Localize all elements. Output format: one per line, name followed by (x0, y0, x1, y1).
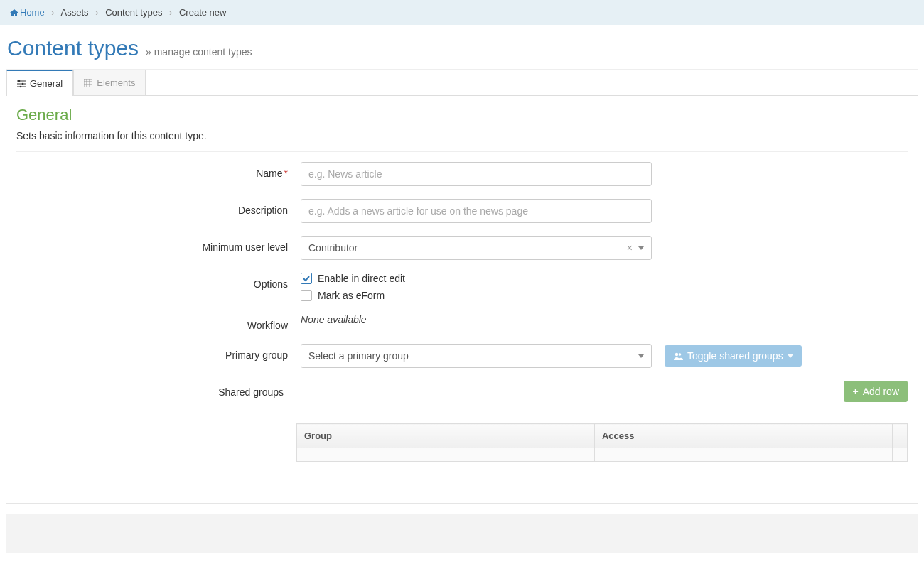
tab-general[interactable]: General (6, 70, 73, 96)
shared-groups-table: Group Access (296, 423, 908, 462)
svg-point-9 (679, 353, 682, 356)
label-min-user-level: Minimum user level (16, 236, 301, 253)
svg-point-8 (675, 353, 678, 356)
option-enable-direct-edit[interactable]: Enable in direct edit (301, 273, 908, 284)
plus-icon: + (852, 386, 858, 397)
svg-point-0 (18, 80, 21, 82)
grid-icon (84, 79, 92, 87)
label-shared-groups: Shared groups (16, 381, 296, 398)
primary-group-select[interactable]: Select a primary group (301, 344, 652, 368)
breadcrumb-item-content-types[interactable]: Content types (105, 7, 162, 18)
breadcrumb-item-create-new: Create new (179, 7, 226, 18)
tab-elements-label: Elements (97, 77, 135, 88)
breadcrumb-home[interactable]: Home (20, 7, 45, 18)
col-access: Access (594, 424, 892, 448)
check-icon (302, 274, 311, 283)
svg-point-1 (22, 82, 24, 85)
label-primary-group: Primary group (16, 344, 301, 361)
workflow-note: None available (301, 314, 367, 325)
tabs: General Elements (6, 70, 918, 96)
row-name: Name* (16, 162, 908, 186)
table-row (297, 448, 908, 462)
page-title: Content types (7, 36, 139, 60)
chevron-down-icon (638, 354, 644, 358)
col-actions (892, 424, 907, 448)
cell-actions (892, 448, 907, 462)
clear-icon[interactable]: × (627, 242, 633, 254)
col-group: Group (297, 424, 595, 448)
checkbox-enable-direct-edit[interactable] (301, 273, 312, 284)
footer-bar (6, 514, 918, 553)
page-body: General Elements General Sets basic info… (6, 69, 918, 504)
option-mark-eform[interactable]: Mark as eForm (301, 290, 908, 301)
page-subtitle: » manage content types (146, 46, 252, 58)
toggle-shared-groups-label: Toggle shared groups (687, 350, 783, 362)
row-workflow: Workflow None available (16, 314, 908, 331)
sliders-icon (17, 80, 26, 88)
min-user-level-select[interactable]: Contributor × (301, 236, 652, 260)
add-row-label: Add row (863, 386, 899, 397)
row-options: Options Enable in direct edit Mark as eF… (16, 273, 908, 301)
option-mark-eform-label: Mark as eForm (318, 290, 385, 301)
row-description: Description (16, 199, 908, 223)
checkbox-mark-eform[interactable] (301, 290, 312, 301)
toggle-shared-groups-button[interactable]: Toggle shared groups (665, 345, 802, 367)
row-shared-groups: Shared groups + Add row Group Access (16, 381, 908, 462)
tab-general-label: General (30, 78, 63, 89)
row-primary-group: Primary group Select a primary group Tog… (16, 344, 908, 368)
chevron-down-icon (638, 246, 644, 250)
row-min-user-level: Minimum user level Contributor × (16, 236, 908, 260)
svg-point-2 (20, 85, 22, 87)
chevron-right-icon: › (169, 7, 172, 18)
tab-elements[interactable]: Elements (73, 70, 146, 95)
users-icon (673, 352, 683, 360)
breadcrumb-item-assets[interactable]: Assets (61, 7, 89, 18)
label-options: Options (16, 273, 301, 290)
description-input[interactable] (301, 199, 652, 223)
label-name: Name* (16, 162, 301, 179)
label-description: Description (16, 199, 301, 216)
section-heading: General (16, 106, 908, 124)
required-asterisk: * (284, 168, 288, 179)
chevron-right-icon: › (51, 7, 54, 18)
option-enable-direct-edit-label: Enable in direct edit (318, 273, 405, 284)
label-workflow: Workflow (16, 314, 301, 331)
cell-access (594, 448, 892, 462)
page-header: Content types » manage content types (0, 25, 924, 69)
cell-group (297, 448, 595, 462)
min-user-level-value: Contributor (308, 242, 358, 254)
chevron-right-icon: › (95, 7, 98, 18)
primary-group-placeholder: Select a primary group (308, 350, 409, 362)
name-input[interactable] (301, 162, 652, 186)
breadcrumb: Home › Assets › Content types › Create n… (0, 0, 924, 25)
section-description: Sets basic information for this content … (16, 130, 908, 152)
home-icon (10, 8, 18, 15)
add-row-button[interactable]: + Add row (844, 381, 908, 402)
svg-rect-3 (84, 79, 92, 87)
chevron-down-icon (788, 354, 793, 358)
section-general: General Sets basic information for this … (6, 96, 918, 503)
